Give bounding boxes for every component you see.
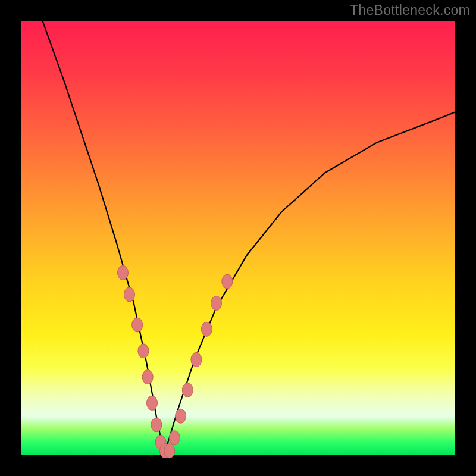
chart-frame: TheBottleneck.com [0, 0, 476, 476]
left-curve [43, 21, 164, 455]
bead [222, 274, 233, 289]
bead [211, 296, 222, 311]
beads-left [118, 265, 171, 458]
bead [191, 352, 202, 367]
right-curve [164, 112, 455, 455]
bead [169, 431, 180, 445]
bead [138, 344, 149, 358]
bead [151, 418, 162, 432]
beads-right [164, 274, 233, 458]
bead [176, 409, 186, 423]
bead [182, 383, 193, 397]
bead [142, 370, 153, 384]
curves-svg [21, 21, 455, 455]
bead [164, 444, 175, 458]
bead [132, 318, 143, 332]
bead [201, 322, 212, 336]
watermark-text: TheBottleneck.com [350, 2, 470, 18]
bead [124, 287, 135, 302]
bead [147, 396, 158, 410]
bead [118, 265, 129, 280]
plot-area [21, 21, 455, 455]
